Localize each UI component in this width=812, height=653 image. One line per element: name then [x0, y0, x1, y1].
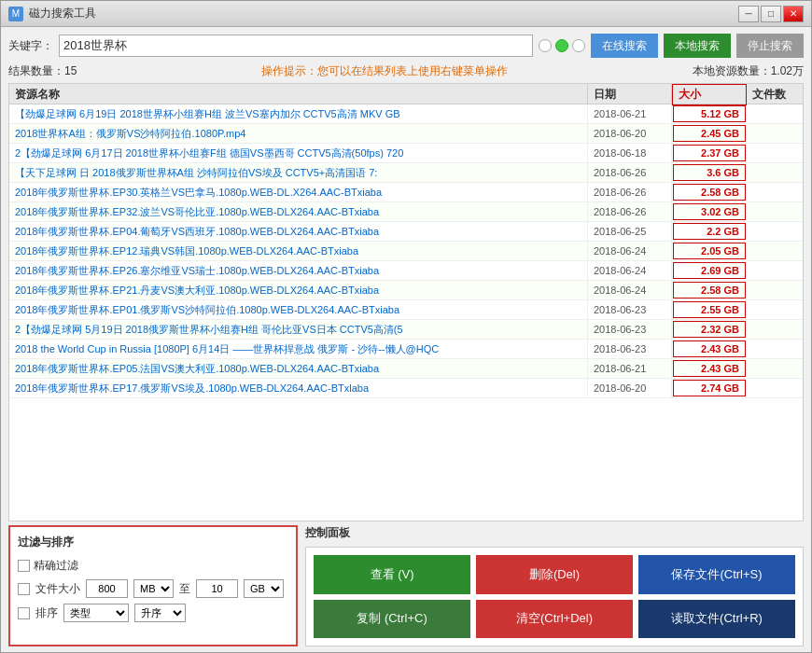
cell-date: 2018-06-18	[588, 144, 672, 162]
filter-panel: 过滤与排序 精确过滤 文件大小 MB GB	[8, 525, 298, 646]
cell-date: 2018-06-26	[588, 202, 672, 221]
cell-name[interactable]: 2018年俄罗斯世界杯.EP04.葡萄牙VS西班牙.1080p.WEB-DLX2…	[9, 222, 588, 241]
cell-date: 2018-06-23	[588, 320, 672, 339]
cell-name[interactable]: 2018年俄罗斯世界杯.EP26.塞尔维亚VS瑞士.1080p.WEB-DLX2…	[9, 261, 588, 280]
col-header-size: 大小	[672, 84, 747, 105]
cell-name[interactable]: 2018世界杯A组：俄罗斯VS沙特阿拉伯.1080P.mp4	[9, 124, 588, 143]
file-size-to-label: 至	[179, 581, 190, 597]
maximize-button[interactable]: □	[761, 6, 781, 22]
table-row[interactable]: 2018年俄罗斯世界杯.EP26.塞尔维亚VS瑞士.1080p.WEB-DLX2…	[9, 261, 803, 281]
app-icon: M	[8, 7, 23, 21]
cell-name[interactable]: 2018年俄罗斯世界杯.EP21.丹麦VS澳大利亚.1080p.WEB-DLX2…	[9, 281, 588, 299]
file-size-from-unit-select[interactable]: MB GB	[133, 579, 174, 598]
table-row[interactable]: 2018年俄罗斯世界杯.EP04.葡萄牙VS西班牙.1080p.WEB-DLX2…	[9, 222, 803, 242]
cell-name[interactable]: 2018年俄罗斯世界杯.EP32.波兰VS哥伦比亚.1080p.WEB-DLX2…	[9, 202, 588, 221]
table-row[interactable]: 2018年俄罗斯世界杯.EP21.丹麦VS澳大利亚.1080p.WEB-DLX2…	[9, 281, 803, 300]
load-file-button[interactable]: 读取文件(Ctrl+R)	[638, 600, 795, 639]
view-button[interactable]: 查看 (V)	[314, 555, 470, 594]
cell-size: 2.58 GB	[673, 184, 746, 201]
cell-date: 2018-06-21	[588, 359, 672, 378]
cell-date: 2018-06-26	[588, 163, 672, 182]
table-row[interactable]: 2018年俄罗斯世界杯.EP05.法国VS澳大利亚.1080p.WEB-DLX2…	[9, 359, 803, 379]
table-row[interactable]: 2018年俄罗斯世界杯.EP12.瑞典VS韩国.1080p.WEB-DLX264…	[9, 242, 803, 261]
radio-group	[539, 39, 585, 52]
cell-filecount	[747, 300, 803, 319]
precise-filter-checkbox[interactable]	[18, 560, 30, 572]
result-count: 结果数量：15	[8, 63, 77, 79]
file-size-row: 文件大小 MB GB 至 GB MB	[18, 579, 288, 598]
cell-name[interactable]: 2【劲爆足球网 6月17日 2018世界杯小组赛F组 德国VS墨西哥 CCTV5…	[9, 144, 588, 162]
bottom-section: 过滤与排序 精确过滤 文件大小 MB GB	[8, 525, 804, 646]
precise-filter-row: 精确过滤	[18, 558, 288, 574]
cell-name[interactable]: 2018 the World Cup in Russia [1080P] 6月1…	[9, 340, 588, 358]
cell-name[interactable]: 2018年俄罗斯世界杯.EP17.俄罗斯VS埃及.1080p.WEB-DLX26…	[9, 379, 588, 397]
table-row[interactable]: 【天下足球网 日 2018俄罗斯世界杯A组 沙特阿拉伯VS埃及 CCTV5+高清…	[9, 163, 803, 183]
control-panel-title: 控制面板	[305, 525, 804, 541]
minimize-button[interactable]: ─	[738, 6, 759, 22]
sort-checkbox[interactable]	[18, 607, 30, 619]
table-row[interactable]: 【劲爆足球网 6月19日 2018世界杯小组赛H组 波兰VS塞内加尔 CCTV5…	[9, 104, 803, 124]
cell-size: 2.2 GB	[673, 223, 746, 240]
cell-date: 2018-06-24	[588, 261, 672, 280]
table-row[interactable]: 2【劲爆足球网 5月19日 2018俄罗斯世界杯小组赛H组 哥伦比亚VS日本 C…	[9, 320, 803, 340]
clear-button[interactable]: 清空(Ctrl+Del)	[476, 600, 633, 639]
cell-name[interactable]: 2018年俄罗斯世界杯.EP12.瑞典VS韩国.1080p.WEB-DLX264…	[9, 242, 588, 260]
file-size-to-input[interactable]	[196, 579, 238, 598]
cell-filecount	[747, 183, 803, 201]
cell-size: 2.55 GB	[673, 301, 746, 318]
cell-date: 2018-06-25	[588, 222, 672, 241]
stop-search-button[interactable]: 停止搜索	[736, 34, 804, 58]
sort-type-select[interactable]: 类型 名称 大小 日期	[63, 604, 129, 622]
file-size-from-input[interactable]	[86, 579, 128, 598]
close-button[interactable]: ✕	[783, 6, 804, 22]
cell-name[interactable]: 2【劲爆足球网 5月19日 2018俄罗斯世界杯小组赛H组 哥伦比亚VS日本 C…	[9, 320, 588, 339]
cell-filecount	[747, 340, 803, 358]
sort-checkbox-wrapper[interactable]	[18, 607, 30, 619]
file-size-to-unit-select[interactable]: GB MB	[244, 579, 284, 598]
table-row[interactable]: 2018世界杯A组：俄罗斯VS沙特阿拉伯.1080P.mp42018-06-20…	[9, 124, 803, 144]
cell-name[interactable]: 【天下足球网 日 2018俄罗斯世界杯A组 沙特阿拉伯VS埃及 CCTV5+高清…	[9, 163, 588, 182]
file-size-checkbox[interactable]	[18, 583, 30, 595]
results-table: 资源名称 日期 大小 文件数 【劲爆足球网 6月19日 2018世界杯小组赛H组…	[8, 83, 804, 521]
radio-option-2[interactable]	[555, 39, 568, 52]
copy-button[interactable]: 复制 (Ctrl+C)	[314, 600, 470, 639]
cell-name[interactable]: 2018年俄罗斯世界杯.EP05.法国VS澳大利亚.1080p.WEB-DLX2…	[9, 359, 588, 378]
file-size-checkbox-wrapper[interactable]	[18, 583, 30, 595]
precise-filter-checkbox-wrapper[interactable]: 精确过滤	[18, 558, 78, 574]
table-row[interactable]: 2018年俄罗斯世界杯.EP01.俄罗斯VS沙特阿拉伯.1080p.WEB-DL…	[9, 300, 803, 320]
cell-filecount	[747, 124, 803, 143]
cell-filecount	[747, 163, 803, 182]
cell-name[interactable]: 【劲爆足球网 6月19日 2018世界杯小组赛H组 波兰VS塞内加尔 CCTV5…	[9, 104, 588, 123]
file-size-label: 文件大小	[35, 581, 80, 597]
filter-panel-title: 过滤与排序	[18, 535, 288, 550]
save-file-button[interactable]: 保存文件(Ctrl+S)	[638, 555, 795, 594]
cell-size: 2.32 GB	[673, 321, 746, 338]
local-search-button[interactable]: 本地搜索	[664, 34, 731, 58]
cell-size: 2.43 GB	[673, 360, 746, 377]
table-row[interactable]: 2018年俄罗斯世界杯.EP32.波兰VS哥伦比亚.1080p.WEB-DLX2…	[9, 202, 803, 222]
cell-date: 2018-06-24	[588, 281, 672, 299]
delete-button[interactable]: 删除(Del)	[476, 555, 633, 594]
cell-size: 5.12 GB	[673, 105, 746, 122]
radio-option-1[interactable]	[539, 39, 552, 52]
cell-size: 2.45 GB	[673, 125, 746, 142]
table-row[interactable]: 2018年俄罗斯世界杯.EP17.俄罗斯VS埃及.1080p.WEB-DLX26…	[9, 379, 803, 398]
cell-filecount	[747, 202, 803, 221]
search-bar: 关键字： 在线搜索 本地搜索 停止搜索	[8, 33, 804, 59]
radio-option-3[interactable]	[572, 39, 585, 52]
col-header-name: 资源名称	[9, 84, 588, 105]
table-row[interactable]: 2018 the World Cup in Russia [1080P] 6月1…	[9, 340, 803, 359]
cell-name[interactable]: 2018年俄罗斯世界杯.EP01.俄罗斯VS沙特阿拉伯.1080p.WEB-DL…	[9, 300, 588, 319]
info-bar: 结果数量：15 操作提示：您可以在结果列表上使用右键菜单操作 本地资源数量：1.…	[8, 63, 804, 79]
table-body: 【劲爆足球网 6月19日 2018世界杯小组赛H组 波兰VS塞内加尔 CCTV5…	[9, 104, 803, 521]
sort-order-select[interactable]: 升序 降序	[134, 604, 186, 622]
table-row[interactable]: 2018年俄罗斯世界杯.EP30.英格兰VS巴拿马.1080p.WEB-DL.X…	[9, 183, 803, 202]
cell-name[interactable]: 2018年俄罗斯世界杯.EP30.英格兰VS巴拿马.1080p.WEB-DL.X…	[9, 183, 588, 201]
precise-filter-label: 精确过滤	[34, 558, 78, 574]
cell-size: 2.37 GB	[673, 145, 746, 161]
table-row[interactable]: 2【劲爆足球网 6月17日 2018世界杯小组赛F组 德国VS墨西哥 CCTV5…	[9, 144, 803, 163]
online-search-button[interactable]: 在线搜索	[591, 34, 658, 58]
cell-filecount	[747, 359, 803, 378]
search-input[interactable]	[63, 39, 528, 53]
cell-date: 2018-06-23	[588, 300, 672, 319]
